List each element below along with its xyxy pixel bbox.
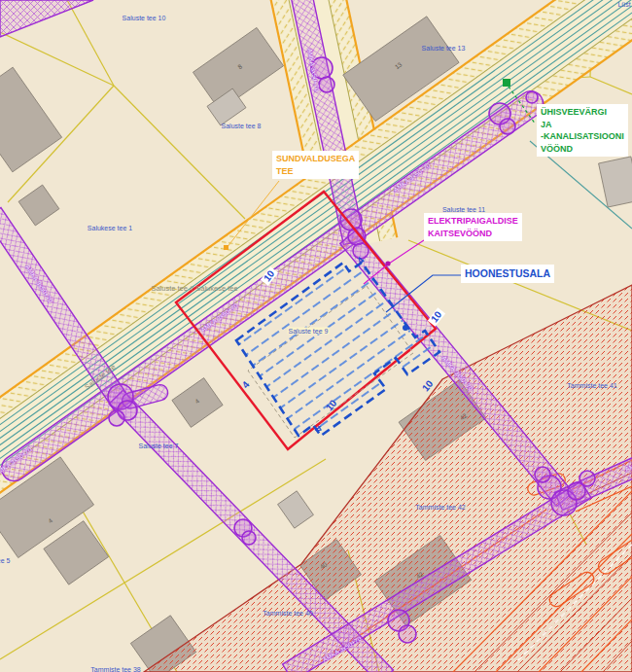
- water-zone-marker: [503, 79, 510, 87]
- powerline-corner-patch: [0, 0, 93, 37]
- map-graphics: [0, 0, 632, 672]
- map-canvas[interactable]: Saluste tee 10Saluste tee 8Saluste tee 1…: [0, 0, 632, 672]
- sundvaldusega-marker: [224, 245, 228, 250]
